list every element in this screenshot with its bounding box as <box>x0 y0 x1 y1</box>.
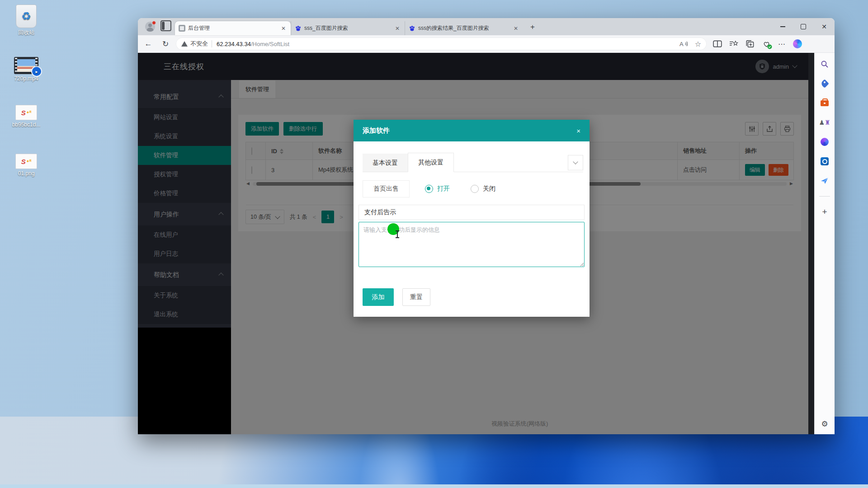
tab-baidu-results[interactable]: sss的搜索结果_百度图片搜索 ✕ <box>405 21 523 35</box>
sidebar-divider <box>819 196 830 197</box>
modal-header: 添加软件 × <box>354 120 590 141</box>
image-file-icon: S✦ᴿ <box>15 154 37 169</box>
svg-text:A: A <box>679 41 684 47</box>
browser-essentials-icon[interactable] <box>762 39 771 48</box>
video-file-icon: ▸ <box>14 57 38 74</box>
split-screen-icon[interactable] <box>713 39 722 48</box>
radio-open[interactable]: 打开 <box>425 185 450 193</box>
profile-notification-dot <box>152 21 156 25</box>
tab-collapse-button[interactable] <box>568 155 583 170</box>
refresh-button[interactable]: ↻ <box>159 37 172 51</box>
media-player-badge-icon: ▸ <box>31 66 42 77</box>
workspaces-icon[interactable] <box>160 20 171 31</box>
desktop-icon-video-file[interactable]: ▸ 720p.mp4 <box>5 57 48 82</box>
homepage-sale-label: 首页出售 <box>363 180 410 197</box>
security-label: 不安全 <box>190 40 208 48</box>
outlook-icon[interactable] <box>820 156 830 166</box>
admin-page: 三在线授权 admin 常用配置 网站设置 系统设置 <box>138 53 808 434</box>
homepage-sale-row: 首页出售 打开 关闭 <box>363 180 495 197</box>
tab-close-icon[interactable]: ✕ <box>394 25 401 32</box>
new-tab-button[interactable]: + <box>527 21 538 33</box>
maximize-button[interactable] <box>793 18 814 35</box>
minimize-button[interactable] <box>772 18 793 35</box>
text-cursor-icon <box>397 231 398 238</box>
drop-icon[interactable] <box>820 176 830 186</box>
add-software-modal: 添加软件 × 基本设置 其他设置 首页出售 打开 关闭 支付后告示 添加 重置 <box>354 120 590 317</box>
modal-close-icon[interactable]: × <box>576 127 580 135</box>
add-sidebar-item-icon[interactable]: + <box>820 207 830 217</box>
tab-close-icon[interactable]: ✕ <box>512 25 519 32</box>
browser-tab-strip: 后台管理 ✕ sss_百度图片搜索 ✕ sss的搜索结果_百度图片搜索 ✕ + … <box>138 18 835 35</box>
desktop-icon-label: bb95bc1d... <box>12 122 41 128</box>
payment-notice-label: 支付后告示 <box>359 205 585 220</box>
favorite-star-icon[interactable]: ☆ <box>695 40 701 48</box>
baidu-paw-icon <box>295 25 302 32</box>
radio-closed[interactable]: 关闭 <box>471 185 495 193</box>
copilot-icon[interactable] <box>793 39 802 48</box>
radio-selected-icon <box>425 185 433 193</box>
shopping-icon[interactable] <box>820 79 830 89</box>
favorites-icon[interactable] <box>729 39 738 48</box>
submit-add-button[interactable]: 添加 <box>363 288 394 306</box>
taskbar-edge <box>0 484 868 488</box>
tab-basic-settings[interactable]: 基本设置 <box>363 154 408 172</box>
tab-admin[interactable]: 后台管理 ✕ <box>175 21 291 35</box>
settings-more-icon[interactable]: ⋯ <box>778 40 786 48</box>
page-favicon <box>179 25 185 32</box>
page-scrollbar[interactable] <box>808 53 814 434</box>
reset-button[interactable]: 重置 <box>402 288 430 306</box>
tab-other-settings[interactable]: 其他设置 <box>408 153 454 172</box>
browser-toolbar: ← ↻ 不安全 62.234.43.34 /Home/SoftList A ☆ … <box>138 35 835 53</box>
desktop-icon-image-file-1[interactable]: S✦ᴿ bb95bc1d... <box>5 105 48 128</box>
desktop-icon-label: 回收站 <box>18 30 34 36</box>
recycle-bin-icon: ♻ <box>16 5 37 28</box>
baidu-paw-icon <box>409 25 415 32</box>
modal-title: 添加软件 <box>363 127 390 135</box>
back-button[interactable]: ← <box>142 37 155 51</box>
desktop-icon-label: 720p.mp4 <box>14 76 38 82</box>
not-secure-warning-icon <box>181 41 188 47</box>
window-controls: ✕ <box>772 18 835 35</box>
chevron-down-icon <box>573 159 578 164</box>
tab-title: sss的搜索结果_百度图片搜索 <box>418 24 509 32</box>
tools-icon[interactable] <box>820 98 830 108</box>
modal-tab-bar: 基本设置 其他设置 <box>363 153 583 172</box>
browser-profile-button[interactable] <box>143 20 157 33</box>
close-button[interactable]: ✕ <box>814 18 835 35</box>
collections-icon[interactable] <box>745 39 755 48</box>
games-icon[interactable]: ♟♜ <box>820 117 830 127</box>
tab-title: sss_百度图片搜索 <box>304 24 391 32</box>
desktop-icon-recycle-bin[interactable]: ♻ 回收站 <box>5 5 48 36</box>
address-bar[interactable]: 不安全 62.234.43.34 /Home/SoftList A ☆ <box>176 38 707 50</box>
settings-gear-icon[interactable]: ⚙ <box>815 419 835 429</box>
url-path: /Home/SoftList <box>251 41 289 47</box>
image-file-icon: S✦ᴿ <box>15 105 37 120</box>
desktop-icon-image-file-2[interactable]: S✦ᴿ 01.png <box>5 154 48 177</box>
edge-sidebar: ♟♜ + ⚙ <box>814 53 835 434</box>
tab-baidu-search[interactable]: sss_百度图片搜索 ✕ <box>291 21 405 35</box>
microsoft-365-icon[interactable] <box>820 137 830 147</box>
url-host: 62.234.43.34 <box>217 41 251 47</box>
tab-title: 后台管理 <box>188 24 277 32</box>
tab-close-icon[interactable]: ✕ <box>280 25 287 32</box>
search-icon[interactable] <box>820 59 830 69</box>
radio-unselected-icon <box>471 185 479 193</box>
desktop-icon-label: 01.png <box>18 171 35 177</box>
browser-window: 后台管理 ✕ sss_百度图片搜索 ✕ sss的搜索结果_百度图片搜索 ✕ + … <box>138 18 835 434</box>
read-aloud-icon[interactable]: A <box>679 39 689 48</box>
